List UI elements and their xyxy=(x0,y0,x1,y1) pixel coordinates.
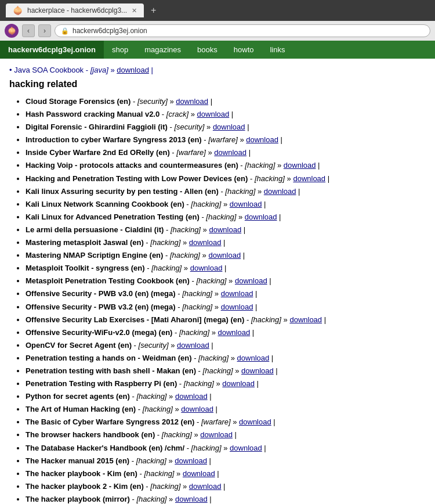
list-item: Hash Password cracking Manual v2.0 - [cr… xyxy=(26,108,426,121)
book-title: Introduction to cyber Warfare Syngress 2… xyxy=(26,135,202,144)
book-title: Le armi della persuasione - Cialdini (it… xyxy=(26,225,164,234)
list-item: Penetration testing with bash shell - Ma… xyxy=(26,365,426,377)
section-title: hacking related xyxy=(9,79,426,89)
download-link[interactable]: download xyxy=(246,135,278,144)
download-link[interactable]: download xyxy=(213,123,245,131)
download-link[interactable]: download xyxy=(190,264,223,272)
download-link[interactable]: download xyxy=(189,238,222,247)
download-link[interactable]: download xyxy=(284,161,316,170)
book-title: OpenCV for Secret Agent (en) xyxy=(26,341,132,350)
list-item: Digital Forensic - Ghirardini Faggioli (… xyxy=(26,121,426,134)
download-link[interactable]: download xyxy=(221,289,253,298)
book-title: The hacker playbook (mirror) xyxy=(26,495,130,503)
download-link[interactable]: download xyxy=(245,213,277,221)
tor-icon: 🧅 xyxy=(5,24,19,38)
prev-download-link[interactable]: download xyxy=(117,66,149,74)
download-link[interactable]: download xyxy=(181,405,213,413)
book-title: Kali Linux Network Scanning Cookbook (en… xyxy=(26,200,184,208)
tab-title: hackerplace - hackerw6dcplg3... xyxy=(27,6,127,15)
nav-books[interactable]: books xyxy=(189,41,226,59)
main-content: • Java SOA Cookbook - [java] » download … xyxy=(0,59,435,504)
new-tab-button[interactable]: + xyxy=(151,5,156,16)
list-item: The hacker playbook 2 - Kim (en) - [hack… xyxy=(26,480,426,493)
book-title: The browser hackers handbook (en) xyxy=(26,430,155,439)
list-item: Penetration testing a hands on - Weidman… xyxy=(26,352,426,365)
download-link[interactable]: download xyxy=(230,200,262,208)
book-title: Offensive Security - PWB v3.0 (en) (mega… xyxy=(26,289,176,298)
address-text: hackerw6dcplg3ej.onion xyxy=(72,27,147,35)
prev-item: • Java SOA Cookbook - [java] » download … xyxy=(9,66,426,74)
download-link[interactable]: download xyxy=(230,444,262,452)
book-title: Penetration Testing with Raspberry Pi (e… xyxy=(26,379,177,388)
tab-close-button[interactable]: ✕ xyxy=(132,7,137,15)
forward-button[interactable]: › xyxy=(38,24,51,37)
nav-magazines[interactable]: magazines xyxy=(136,41,189,59)
download-link[interactable]: download xyxy=(175,392,208,401)
download-link[interactable]: download xyxy=(209,225,241,234)
list-item: Metasploit Penetration Testing Cookbook … xyxy=(26,275,426,287)
download-link[interactable]: download xyxy=(175,456,207,465)
book-title: Kali linux Assuring security by pen test… xyxy=(26,187,219,196)
list-item: Mastering metasploit Jaswal (en) - [hack… xyxy=(26,236,426,249)
list-item: Offensive Security - PWB v3.0 (en) (mega… xyxy=(26,287,426,300)
list-item: The Hacker manual 2015 (en) - [hacking] … xyxy=(26,455,426,467)
book-title: Mastering metasploit Jaswal (en) xyxy=(26,238,144,247)
list-item: Le armi della persuasione - Cialdini (it… xyxy=(26,224,426,236)
book-title: The Database Hacker's Handbook (en) /chm… xyxy=(26,444,184,452)
list-item: The hacker playbook - Kim (en) - [hackin… xyxy=(26,467,426,480)
download-link[interactable]: download xyxy=(293,174,325,183)
list-item: The Art of Human Hacking (en) - [hacking… xyxy=(26,403,426,416)
book-title: Offensive Security - PWB v3.2 (en) (mega… xyxy=(26,303,176,311)
download-link[interactable]: download xyxy=(289,315,322,324)
book-title: Mastering NMAP Scriptign Engine (en) xyxy=(26,251,163,260)
download-link[interactable]: download xyxy=(189,482,222,491)
book-title: The Basic of Cyber Warfare Syngress 2012… xyxy=(26,417,194,426)
nav-howto[interactable]: howto xyxy=(226,41,262,59)
download-link[interactable]: download xyxy=(222,379,255,388)
download-link[interactable]: download xyxy=(214,148,246,157)
nav-links[interactable]: links xyxy=(262,41,293,59)
site-nav: hackerw6dcplg3ej.onion shop magazines bo… xyxy=(0,41,435,59)
download-link[interactable]: download xyxy=(221,303,253,311)
back-button[interactable]: ‹ xyxy=(22,24,35,37)
book-title: The Art of Human Hacking (en) xyxy=(26,405,136,413)
list-item: Offensive Security Lab Exercises - [Mati… xyxy=(26,314,426,326)
book-title: Inside Cyber Warfare 2nd Ed ORelly (en) xyxy=(26,148,170,157)
download-link[interactable]: download xyxy=(264,187,296,196)
list-item: Mastering NMAP Scriptign Engine (en) - [… xyxy=(26,249,426,262)
book-title: Metasploit Toolkit - syngress (en) xyxy=(26,264,145,272)
browser-tab[interactable]: 🧅 hackerplace - hackerw6dcplg3... ✕ xyxy=(6,3,144,17)
lock-icon: 🔒 xyxy=(61,27,69,35)
download-link[interactable]: download xyxy=(176,97,208,106)
book-title: The hacker playbook - Kim (en) xyxy=(26,469,137,478)
book-title: Hacking Voip - protocols attacks and cou… xyxy=(26,161,238,170)
download-link[interactable]: download xyxy=(175,495,208,503)
address-bar[interactable]: 🔒 hackerw6dcplg3ej.onion xyxy=(55,24,430,37)
list-item: Kali linux Assuring security by pen test… xyxy=(26,185,426,198)
nav-home[interactable]: hackerw6dcplg3ej.onion xyxy=(0,41,104,59)
list-item: Metasploit Toolkit - syngress (en) - [ha… xyxy=(26,262,426,275)
download-link[interactable]: download xyxy=(197,110,230,118)
download-link[interactable]: download xyxy=(237,354,270,362)
download-link[interactable]: download xyxy=(239,417,271,426)
book-title: Penetration testing a hands on - Weidman… xyxy=(26,354,192,362)
list-item: Offensive Security - PWB v3.2 (en) (mega… xyxy=(26,301,426,314)
list-item: The browser hackers handbook (en) - [hac… xyxy=(26,429,426,441)
list-item: The Basic of Cyber Warfare Syngress 2012… xyxy=(26,416,426,429)
nav-shop[interactable]: shop xyxy=(104,41,136,59)
list-item: Cloud Storage Forensics (en) - [security… xyxy=(26,95,426,108)
download-link[interactable]: download xyxy=(241,366,274,375)
list-item: Penetration Testing with Raspberry Pi (e… xyxy=(26,377,426,390)
download-link[interactable]: download xyxy=(208,251,241,260)
download-link[interactable]: download xyxy=(235,276,267,285)
list-item: Python for secret agents (en) - [hacking… xyxy=(26,390,426,403)
download-link[interactable]: download xyxy=(183,469,215,478)
download-link[interactable]: download xyxy=(200,430,233,439)
download-link[interactable]: download xyxy=(218,328,251,337)
download-link[interactable]: download xyxy=(177,341,209,350)
list-item: Inside Cyber Warfare 2nd Ed ORelly (en) … xyxy=(26,146,426,159)
browser-title-bar: 🧅 hackerplace - hackerw6dcplg3... ✕ + xyxy=(0,0,435,21)
book-title: Hacking and Penetration Testing with Low… xyxy=(26,174,248,183)
list-item: Offensive Security-WiFu-v2.0 (mega) (en)… xyxy=(26,326,426,339)
book-list: Cloud Storage Forensics (en) - [security… xyxy=(9,95,426,504)
